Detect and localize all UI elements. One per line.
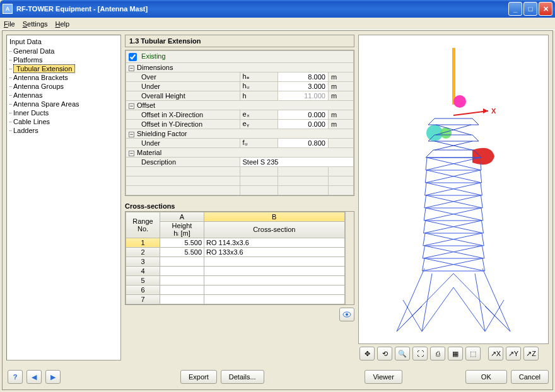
menu-settings[interactable]: Settings (23, 20, 48, 28)
cell-cross-section[interactable]: RO 133x3.6 (204, 247, 345, 257)
details-button[interactable]: Details... (221, 370, 264, 384)
row-number[interactable]: 4 (126, 266, 160, 275)
viewer-3d[interactable]: X (358, 35, 549, 344)
tree-item-label: Platforms (13, 56, 42, 64)
svg-line-29 (481, 183, 482, 195)
tool-view-z-icon[interactable]: ↗Z (523, 347, 539, 360)
tool-select-icon[interactable]: ⬚ (465, 347, 481, 360)
field-value: 11.000 (278, 91, 328, 100)
tool-pan-icon[interactable]: ✥ (359, 347, 375, 360)
cell-height[interactable] (160, 294, 204, 304)
cell-height[interactable] (160, 275, 204, 285)
menu-file[interactable]: File (4, 20, 15, 28)
tool-print-icon[interactable]: ⎙ (430, 347, 445, 360)
field-unit (328, 138, 353, 147)
cell-cross-section[interactable] (204, 257, 345, 266)
prev-button[interactable]: ◀ (26, 370, 42, 384)
collapse-icon[interactable]: − (129, 66, 134, 71)
svg-line-23 (425, 170, 426, 183)
cancel-button[interactable]: Cancel (511, 370, 549, 384)
tool-view-y-icon[interactable]: ↗Y (506, 347, 521, 360)
next-button[interactable]: ▶ (45, 370, 61, 384)
tree-item-label: Cable Lines (13, 118, 50, 125)
tree-item[interactable]: Cable Lines (13, 117, 120, 126)
titlebar[interactable]: A RF-TOWER Equipment - [Antenna Mast] _ … (0, 0, 555, 18)
col-a[interactable]: A (160, 212, 204, 221)
row-number[interactable]: 7 (126, 294, 160, 304)
svg-line-64 (475, 274, 485, 331)
tree-item[interactable]: Inner Ducts (13, 108, 120, 117)
tool-wireframe-icon[interactable]: ▦ (448, 347, 463, 360)
tree-item[interactable]: General Data (13, 47, 120, 55)
collapse-icon[interactable]: − (129, 151, 134, 156)
tool-view-x-icon[interactable]: ↗X (488, 347, 503, 360)
svg-line-39 (481, 208, 483, 221)
menu-help[interactable]: Help (56, 20, 70, 28)
field-value[interactable]: 8.000 (278, 72, 328, 81)
cell-height[interactable] (160, 257, 204, 266)
cell-height[interactable]: 5.500 (160, 247, 204, 257)
collapse-icon[interactable]: − (129, 103, 134, 109)
row-number[interactable]: 2 (126, 247, 160, 257)
svg-line-51 (425, 246, 484, 258)
field-value[interactable]: Steel S 235 (240, 157, 354, 166)
svg-line-54 (482, 246, 484, 258)
maximize-button[interactable]: □ (523, 2, 537, 16)
close-button[interactable]: ✕ (539, 2, 552, 16)
export-button[interactable]: Export (180, 370, 217, 384)
svg-line-34 (481, 195, 483, 208)
cell-height[interactable] (160, 285, 204, 294)
tree-item[interactable]: Platforms (13, 55, 120, 64)
grid-scrollbar[interactable] (345, 212, 354, 304)
tree-item[interactable]: Ladders (13, 126, 120, 135)
tree-item[interactable]: Antenna Groups (13, 82, 120, 91)
cell-height[interactable]: 5.500 (160, 238, 204, 247)
field-label: Over (126, 72, 240, 81)
help-button[interactable]: ? (8, 370, 23, 384)
field-value[interactable]: 0.000 (278, 110, 328, 119)
svg-line-18 (426, 158, 427, 170)
viewer-button[interactable]: Viewer (365, 370, 402, 384)
col-height[interactable]: Heighthᵢ [m] (160, 221, 204, 238)
tree-item[interactable]: Antennas (13, 91, 120, 100)
svg-line-47 (423, 233, 482, 246)
svg-line-37 (424, 208, 481, 221)
field-value[interactable]: 3.000 (278, 81, 328, 91)
col-range[interactable]: RangeNo. (126, 212, 160, 238)
col-cs[interactable]: Cross-section (204, 221, 345, 238)
svg-point-1 (346, 313, 348, 316)
svg-line-53 (423, 246, 424, 258)
cell-cross-section[interactable] (204, 285, 345, 294)
cell-height[interactable] (160, 266, 204, 275)
field-value[interactable]: 0.800 (278, 138, 328, 147)
tree-item[interactable]: Antenna Brackets (13, 73, 120, 82)
collapse-icon[interactable]: − (129, 132, 134, 137)
field-value[interactable]: 0.000 (278, 119, 328, 129)
row-number[interactable]: 5 (126, 275, 160, 285)
minimize-button[interactable]: _ (508, 2, 522, 16)
cell-cross-section[interactable] (204, 266, 345, 275)
field-unit: m (328, 72, 353, 81)
group-material: Material (137, 149, 161, 156)
col-b[interactable]: B (204, 212, 345, 221)
footer: ? ◀ ▶ Export Details... Viewer OK Cancel (6, 368, 549, 386)
svg-line-49 (482, 233, 484, 246)
row-number[interactable]: 6 (126, 285, 160, 294)
preview-button[interactable] (339, 308, 354, 321)
ok-button[interactable]: OK (465, 370, 507, 384)
existing-checkbox[interactable] (129, 53, 137, 61)
svg-line-26 (426, 183, 482, 195)
row-number[interactable]: 3 (126, 257, 160, 266)
tool-zoom-icon[interactable]: 🔍 (395, 347, 410, 360)
cell-cross-section[interactable] (204, 294, 345, 304)
tool-fit-icon[interactable]: ⛶ (412, 347, 428, 360)
tree-item[interactable]: Tubular Extension (13, 64, 120, 73)
tree-item[interactable]: Antenna Spare Areas (13, 100, 120, 108)
svg-line-28 (425, 183, 426, 195)
cell-cross-section[interactable]: RO 114.3x3.6 (204, 238, 345, 247)
svg-line-63 (422, 274, 432, 331)
tool-rotate-icon[interactable]: ⟲ (377, 347, 392, 360)
field-symbol: eₓ (240, 110, 278, 119)
cell-cross-section[interactable] (204, 275, 345, 285)
row-number[interactable]: 1 (126, 238, 160, 247)
